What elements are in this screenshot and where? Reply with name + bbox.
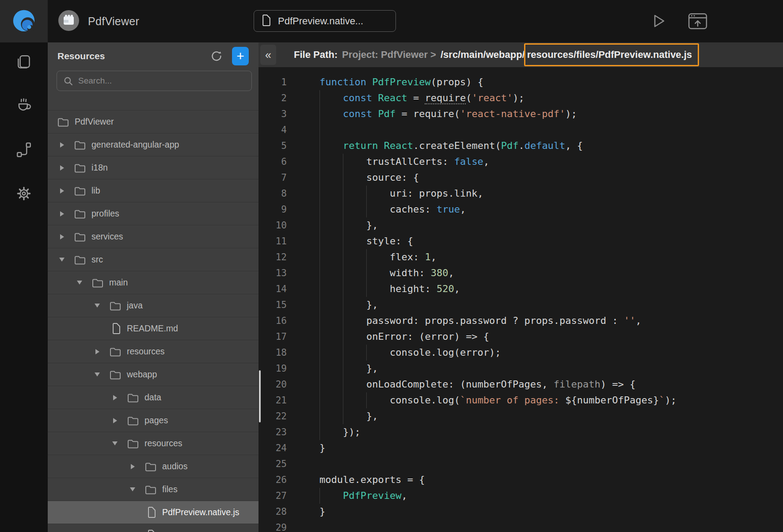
indent-guide — [366, 201, 367, 217]
app-icon — [58, 10, 79, 33]
code-line — [319, 520, 783, 532]
code-line: height: 520, — [319, 281, 783, 297]
folder-icon — [110, 347, 121, 357]
add-plus-icon[interactable]: + — [232, 47, 249, 65]
indent-guide — [319, 408, 320, 424]
code-line: trustAllCerts: false, — [319, 154, 783, 170]
chevron-right-icon[interactable] — [112, 418, 118, 423]
line-number: 5 — [258, 138, 294, 154]
chevron-down-icon[interactable] — [94, 372, 100, 376]
indent-guide — [343, 154, 343, 170]
tree-item-java[interactable]: java — [48, 294, 258, 317]
tree-item-data[interactable]: data — [48, 386, 258, 409]
flow-connector-icon[interactable] — [14, 140, 34, 160]
chevron-right-icon[interactable] — [59, 234, 65, 239]
open-in-browser-upload-icon[interactable] — [688, 11, 708, 31]
indent-guide — [319, 122, 320, 138]
line-number: 10 — [258, 217, 294, 233]
icon-rail — [0, 42, 48, 532]
file-icon — [112, 323, 121, 334]
chevron-right-icon[interactable] — [94, 349, 100, 354]
tree-item-generated-angular-app[interactable]: generated-angular-app — [48, 133, 258, 156]
indent-guide — [343, 281, 343, 297]
search-icon — [63, 76, 73, 86]
code-line: password: props.password ? props.passwor… — [319, 313, 783, 329]
tree-item-pages[interactable]: pages — [48, 409, 258, 432]
tree-item-label: java — [127, 300, 143, 311]
tree-item-audios[interactable]: audios — [48, 455, 258, 478]
chevron-down-icon[interactable] — [59, 258, 65, 262]
indent-guide — [343, 408, 343, 424]
panel-title: Resources — [57, 51, 209, 61]
tree-item-PdfViewer[interactable]: PdfViewer — [48, 110, 258, 133]
line-number: 25 — [258, 456, 294, 472]
chevron-right-icon[interactable] — [59, 188, 65, 194]
tree-item-README.md[interactable]: README.md — [48, 317, 258, 340]
chevron-down-icon[interactable] — [112, 441, 118, 445]
tree-item-services[interactable]: services — [48, 225, 258, 248]
folder-icon — [92, 278, 103, 288]
code-editor[interactable]: 1234567891011121314151617181920212223242… — [258, 67, 783, 532]
line-number: 11 — [258, 233, 294, 249]
line-number-gutter: 1234567891011121314151617181920212223242… — [258, 67, 294, 532]
folder-icon — [127, 393, 139, 403]
chevron-right-icon[interactable] — [112, 395, 118, 400]
chevron-right-icon[interactable] — [59, 165, 65, 171]
chevron-down-icon[interactable] — [129, 487, 136, 491]
gear-icon[interactable] — [14, 183, 34, 204]
code-line: const Pdf = require('react-native-pdf'); — [319, 106, 783, 122]
tree-scrollbar-thumb[interactable] — [259, 370, 261, 422]
tree-item-PdfPreview.native.js[interactable]: PdfPreview.native.js — [48, 501, 258, 524]
search-input[interactable] — [78, 76, 251, 86]
indent-guide — [366, 249, 367, 265]
tree-item-resources[interactable]: resources — [48, 432, 258, 455]
line-number: 27 — [258, 488, 294, 504]
line-number: 7 — [258, 170, 294, 186]
tree-item-resources[interactable]: resources — [48, 340, 258, 363]
refresh-icon[interactable] — [209, 49, 224, 64]
collapse-panel-button[interactable]: « — [260, 45, 276, 65]
indent-guide — [366, 186, 367, 201]
chevron-right-icon[interactable] — [59, 211, 65, 217]
indent-guide — [319, 106, 320, 122]
tree-item-i18n[interactable]: i18n — [48, 156, 258, 179]
code-line: }, — [319, 297, 783, 313]
resources-panel-header: Resources + — [48, 42, 258, 65]
code-line: const React = require('react'); — [319, 90, 783, 106]
tree-item-label: webapp — [127, 369, 157, 380]
folder-icon — [74, 186, 86, 196]
tree-item-label: i18n — [91, 163, 108, 173]
indent-guide — [366, 345, 367, 361]
indent-guide — [319, 488, 320, 504]
breadcrumb-bar: « File Path: Project: PdfViewer > /src/m… — [258, 42, 783, 67]
coffee-icon[interactable] — [14, 96, 34, 116]
tree-item-profiles[interactable]: profiles — [48, 202, 258, 225]
folder-icon — [110, 301, 121, 311]
play-icon[interactable] — [649, 11, 669, 31]
tab-pdfpreview-native[interactable]: PdfPreview.native... — [254, 10, 396, 32]
code-line: onError: (error) => { — [319, 329, 783, 345]
indent-guide — [343, 201, 343, 217]
code-line: module.exports = { — [319, 472, 783, 488]
pages-icon[interactable] — [14, 52, 34, 72]
line-number: 21 — [258, 392, 294, 408]
tree-item-partial[interactable] — [48, 524, 258, 532]
chevron-right-icon[interactable] — [59, 142, 65, 148]
indent-guide — [343, 361, 343, 376]
line-number: 26 — [258, 472, 294, 488]
editor: « File Path: Project: PdfViewer > /src/m… — [258, 42, 783, 532]
code-area[interactable]: function PdfPreview(props) { const React… — [294, 67, 783, 532]
tree-item-lib[interactable]: lib — [48, 179, 258, 202]
chevron-down-icon[interactable] — [94, 304, 100, 308]
chevron-down-icon[interactable] — [76, 281, 83, 285]
tree-item-files[interactable]: files — [48, 478, 258, 501]
chevron-right-icon[interactable] — [129, 464, 136, 469]
indent-guide — [366, 265, 367, 281]
folder-icon — [127, 416, 139, 426]
code-line: return React.createElement(Pdf.default, … — [319, 138, 783, 154]
indent-guide — [319, 361, 320, 376]
tree-item-webapp[interactable]: webapp — [48, 363, 258, 386]
folder-icon — [74, 209, 86, 219]
tree-item-src[interactable]: src — [48, 248, 258, 271]
tree-item-main[interactable]: main — [48, 271, 258, 294]
